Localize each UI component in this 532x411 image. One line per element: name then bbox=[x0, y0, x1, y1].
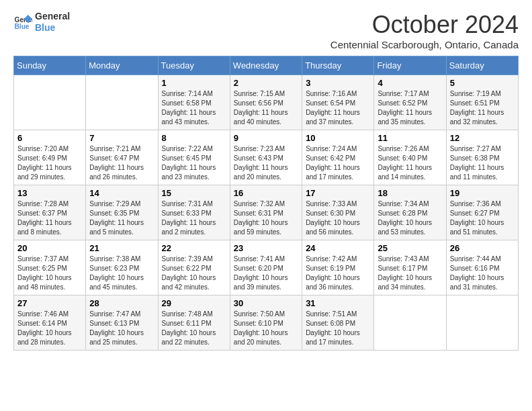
day-info: Sunrise: 7:28 AM Sunset: 6:37 PM Dayligh… bbox=[17, 199, 82, 237]
day-info: Sunrise: 7:34 AM Sunset: 6:28 PM Dayligh… bbox=[378, 199, 442, 237]
calendar-cell: 8Sunrise: 7:22 AM Sunset: 6:45 PM Daylig… bbox=[158, 130, 230, 185]
day-info: Sunrise: 7:29 AM Sunset: 6:35 PM Dayligh… bbox=[89, 199, 154, 237]
day-number: 14 bbox=[89, 188, 154, 198]
day-number: 30 bbox=[234, 298, 298, 308]
calendar-cell: 9Sunrise: 7:23 AM Sunset: 6:43 PM Daylig… bbox=[230, 130, 302, 185]
day-number: 10 bbox=[306, 133, 370, 143]
title-block: October 2024 Centennial Scarborough, Ont… bbox=[330, 11, 519, 50]
calendar-cell: 15Sunrise: 7:31 AM Sunset: 6:33 PM Dayli… bbox=[158, 185, 230, 240]
day-info: Sunrise: 7:14 AM Sunset: 6:58 PM Dayligh… bbox=[162, 89, 226, 127]
day-info: Sunrise: 7:41 AM Sunset: 6:20 PM Dayligh… bbox=[234, 255, 298, 292]
calendar-cell: 12Sunrise: 7:27 AM Sunset: 6:38 PM Dayli… bbox=[446, 130, 518, 185]
day-header-tuesday: Tuesday bbox=[158, 56, 230, 75]
day-number: 27 bbox=[17, 298, 82, 308]
day-number: 2 bbox=[234, 78, 298, 88]
day-number: 7 bbox=[89, 133, 154, 143]
calendar-cell: 19Sunrise: 7:36 AM Sunset: 6:27 PM Dayli… bbox=[446, 185, 518, 240]
day-info: Sunrise: 7:32 AM Sunset: 6:31 PM Dayligh… bbox=[234, 199, 298, 237]
logo-general: General bbox=[35, 11, 70, 22]
calendar-cell: 11Sunrise: 7:26 AM Sunset: 6:40 PM Dayli… bbox=[374, 130, 446, 185]
calendar-cell: 20Sunrise: 7:37 AM Sunset: 6:25 PM Dayli… bbox=[14, 240, 86, 295]
calendar-cell bbox=[446, 295, 518, 351]
week-row-4: 20Sunrise: 7:37 AM Sunset: 6:25 PM Dayli… bbox=[14, 240, 519, 295]
day-number: 31 bbox=[306, 298, 370, 308]
month-title: October 2024 bbox=[330, 11, 519, 39]
calendar-table: SundayMondayTuesdayWednesdayThursdayFrid… bbox=[13, 56, 519, 351]
day-info: Sunrise: 7:16 AM Sunset: 6:54 PM Dayligh… bbox=[306, 89, 370, 127]
day-number: 29 bbox=[162, 298, 226, 308]
calendar-cell: 16Sunrise: 7:32 AM Sunset: 6:31 PM Dayli… bbox=[230, 185, 302, 240]
day-info: Sunrise: 7:23 AM Sunset: 6:43 PM Dayligh… bbox=[234, 144, 298, 182]
calendar-cell: 2Sunrise: 7:15 AM Sunset: 6:56 PM Daylig… bbox=[230, 75, 302, 130]
calendar-body: 1Sunrise: 7:14 AM Sunset: 6:58 PM Daylig… bbox=[14, 75, 519, 351]
day-number: 25 bbox=[378, 243, 442, 253]
day-number: 28 bbox=[89, 298, 154, 308]
week-row-2: 6Sunrise: 7:20 AM Sunset: 6:49 PM Daylig… bbox=[14, 130, 519, 185]
calendar-cell: 18Sunrise: 7:34 AM Sunset: 6:28 PM Dayli… bbox=[374, 185, 446, 240]
day-info: Sunrise: 7:31 AM Sunset: 6:33 PM Dayligh… bbox=[162, 199, 226, 237]
day-info: Sunrise: 7:39 AM Sunset: 6:22 PM Dayligh… bbox=[162, 255, 226, 292]
day-info: Sunrise: 7:46 AM Sunset: 6:14 PM Dayligh… bbox=[17, 310, 82, 347]
week-row-1: 1Sunrise: 7:14 AM Sunset: 6:58 PM Daylig… bbox=[14, 75, 519, 130]
calendar-cell: 28Sunrise: 7:47 AM Sunset: 6:13 PM Dayli… bbox=[86, 295, 158, 351]
calendar-cell: 14Sunrise: 7:29 AM Sunset: 6:35 PM Dayli… bbox=[86, 185, 158, 240]
location-title: Centennial Scarborough, Ontario, Canada bbox=[330, 39, 519, 50]
day-info: Sunrise: 7:17 AM Sunset: 6:52 PM Dayligh… bbox=[378, 89, 442, 127]
day-number: 11 bbox=[378, 133, 442, 143]
svg-text:Blue: Blue bbox=[15, 23, 30, 30]
day-header-wednesday: Wednesday bbox=[230, 56, 302, 75]
day-number: 16 bbox=[234, 188, 298, 198]
calendar-cell bbox=[86, 75, 158, 130]
calendar-header-row: SundayMondayTuesdayWednesdayThursdayFrid… bbox=[14, 56, 519, 75]
day-info: Sunrise: 7:44 AM Sunset: 6:16 PM Dayligh… bbox=[450, 255, 515, 292]
day-number: 18 bbox=[378, 188, 442, 198]
calendar-cell: 27Sunrise: 7:46 AM Sunset: 6:14 PM Dayli… bbox=[14, 295, 86, 351]
day-info: Sunrise: 7:21 AM Sunset: 6:47 PM Dayligh… bbox=[89, 144, 154, 182]
day-info: Sunrise: 7:24 AM Sunset: 6:42 PM Dayligh… bbox=[306, 144, 370, 182]
calendar-cell bbox=[14, 75, 86, 130]
day-number: 1 bbox=[162, 78, 226, 88]
day-info: Sunrise: 7:15 AM Sunset: 6:56 PM Dayligh… bbox=[234, 89, 298, 127]
calendar-cell: 7Sunrise: 7:21 AM Sunset: 6:47 PM Daylig… bbox=[86, 130, 158, 185]
week-row-5: 27Sunrise: 7:46 AM Sunset: 6:14 PM Dayli… bbox=[14, 295, 519, 351]
day-info: Sunrise: 7:27 AM Sunset: 6:38 PM Dayligh… bbox=[450, 144, 515, 182]
day-number: 21 bbox=[89, 243, 154, 253]
page-header: General Blue General Blue October 2024 C… bbox=[13, 11, 519, 50]
day-number: 13 bbox=[17, 188, 82, 198]
day-header-saturday: Saturday bbox=[446, 56, 518, 75]
logo-icon: General Blue bbox=[13, 13, 32, 32]
logo-blue: Blue bbox=[35, 22, 70, 34]
day-number: 22 bbox=[162, 243, 226, 253]
day-number: 23 bbox=[234, 243, 298, 253]
calendar-cell: 26Sunrise: 7:44 AM Sunset: 6:16 PM Dayli… bbox=[446, 240, 518, 295]
day-info: Sunrise: 7:43 AM Sunset: 6:17 PM Dayligh… bbox=[378, 255, 442, 292]
day-number: 12 bbox=[450, 133, 515, 143]
calendar-cell: 3Sunrise: 7:16 AM Sunset: 6:54 PM Daylig… bbox=[302, 75, 374, 130]
day-info: Sunrise: 7:22 AM Sunset: 6:45 PM Dayligh… bbox=[162, 144, 226, 182]
day-header-friday: Friday bbox=[374, 56, 446, 75]
day-info: Sunrise: 7:26 AM Sunset: 6:40 PM Dayligh… bbox=[378, 144, 442, 182]
day-info: Sunrise: 7:48 AM Sunset: 6:11 PM Dayligh… bbox=[162, 310, 226, 347]
day-info: Sunrise: 7:38 AM Sunset: 6:23 PM Dayligh… bbox=[89, 255, 154, 292]
calendar-cell: 5Sunrise: 7:19 AM Sunset: 6:51 PM Daylig… bbox=[446, 75, 518, 130]
calendar-cell: 6Sunrise: 7:20 AM Sunset: 6:49 PM Daylig… bbox=[14, 130, 86, 185]
calendar-cell: 29Sunrise: 7:48 AM Sunset: 6:11 PM Dayli… bbox=[158, 295, 230, 351]
calendar-cell: 21Sunrise: 7:38 AM Sunset: 6:23 PM Dayli… bbox=[86, 240, 158, 295]
day-info: Sunrise: 7:33 AM Sunset: 6:30 PM Dayligh… bbox=[306, 199, 370, 237]
calendar-cell: 24Sunrise: 7:42 AM Sunset: 6:19 PM Dayli… bbox=[302, 240, 374, 295]
logo: General Blue General Blue bbox=[13, 11, 70, 34]
day-info: Sunrise: 7:50 AM Sunset: 6:10 PM Dayligh… bbox=[234, 310, 298, 347]
day-number: 15 bbox=[162, 188, 226, 198]
day-header-sunday: Sunday bbox=[14, 56, 86, 75]
calendar-cell: 13Sunrise: 7:28 AM Sunset: 6:37 PM Dayli… bbox=[14, 185, 86, 240]
calendar-cell: 10Sunrise: 7:24 AM Sunset: 6:42 PM Dayli… bbox=[302, 130, 374, 185]
calendar-cell: 25Sunrise: 7:43 AM Sunset: 6:17 PM Dayli… bbox=[374, 240, 446, 295]
calendar-cell: 31Sunrise: 7:51 AM Sunset: 6:08 PM Dayli… bbox=[302, 295, 374, 351]
day-number: 9 bbox=[234, 133, 298, 143]
calendar-cell: 30Sunrise: 7:50 AM Sunset: 6:10 PM Dayli… bbox=[230, 295, 302, 351]
day-number: 4 bbox=[378, 78, 442, 88]
day-number: 19 bbox=[450, 188, 515, 198]
day-number: 20 bbox=[17, 243, 82, 253]
day-number: 5 bbox=[450, 78, 515, 88]
day-number: 8 bbox=[162, 133, 226, 143]
